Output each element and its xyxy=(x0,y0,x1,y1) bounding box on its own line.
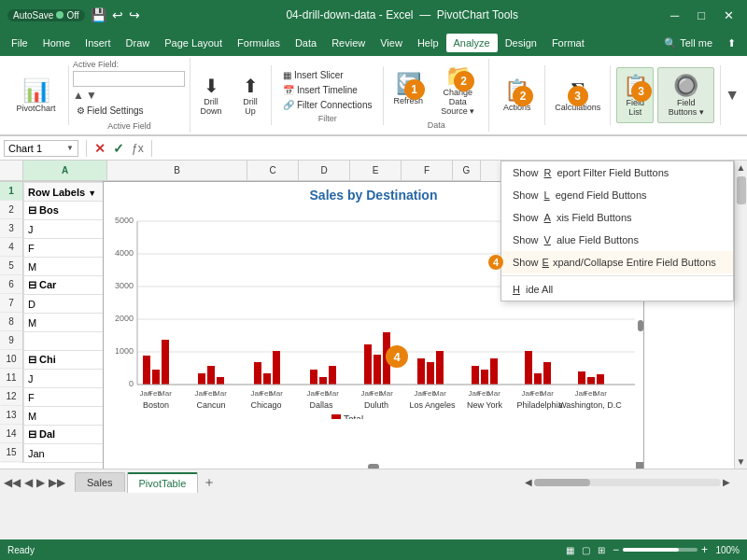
sheet-tab-sales[interactable]: Sales xyxy=(75,472,125,492)
menu-view[interactable]: View xyxy=(373,34,410,52)
drill-down-button[interactable]: ⬇ Drill Down xyxy=(192,67,230,123)
cell-13a[interactable]: M xyxy=(24,407,108,426)
dropdown-item-report-filter[interactable]: Show Report Filter Field Buttons xyxy=(501,161,733,184)
minimize-button[interactable]: ─ xyxy=(665,7,684,24)
cell-ref-dropdown[interactable]: ▼ xyxy=(66,144,74,152)
row-num-2[interactable]: 2 xyxy=(0,201,22,219)
cell-9a[interactable] xyxy=(24,332,108,351)
row-num-6[interactable]: 6 xyxy=(0,275,22,294)
row-num-13[interactable]: 13 xyxy=(0,406,22,425)
dropdown-item-value[interactable]: Show Value Field Buttons xyxy=(501,229,733,251)
page-break-icon[interactable]: ⊞ xyxy=(598,545,605,555)
active-field-input[interactable] xyxy=(73,71,185,87)
cell-reference-box[interactable]: Chart 1 ▼ xyxy=(4,140,78,157)
col-header-d[interactable]: D xyxy=(299,161,350,181)
menu-review[interactable]: Review xyxy=(324,34,373,52)
chart-resize-handle-right[interactable] xyxy=(638,320,643,331)
zoom-slider-track[interactable] xyxy=(623,548,698,552)
calculations-button[interactable]: 𝚺 3 Calculations xyxy=(550,67,605,123)
share-icon[interactable]: ⬆ xyxy=(720,34,743,53)
chart-resize-handle-corner-br[interactable] xyxy=(636,462,643,469)
autosave-toggle[interactable]: AutoSave Off xyxy=(7,9,85,21)
col-header-a[interactable]: A xyxy=(23,161,107,181)
cell-8a[interactable]: M xyxy=(24,314,108,332)
save-icon[interactable]: 💾 xyxy=(91,7,106,22)
col-header-e[interactable]: E xyxy=(350,161,402,181)
insert-slicer-button[interactable]: ▦ Insert Slicer xyxy=(279,68,376,82)
row-num-8[interactable]: 8 xyxy=(0,313,22,331)
insert-timeline-button[interactable]: 📅 Insert Timeline xyxy=(279,83,376,97)
cancel-formula-icon[interactable]: ✕ xyxy=(94,141,106,156)
right-scrollbar[interactable]: ▲ ▼ xyxy=(734,161,747,469)
zoom-out-icon[interactable]: − xyxy=(613,543,619,556)
add-sheet-button[interactable]: ＋ xyxy=(200,473,218,492)
collapse-icon[interactable]: ▼ xyxy=(86,89,97,102)
formula-input[interactable] xyxy=(160,143,743,154)
refresh-button[interactable]: 🔄 1 Refresh xyxy=(389,61,427,117)
menu-format[interactable]: Format xyxy=(544,34,592,52)
field-list-button[interactable]: 📋 3 Field List xyxy=(616,67,654,123)
menu-analyze[interactable]: Analyze xyxy=(446,34,498,52)
scroll-up-arrow[interactable]: ▲ xyxy=(737,162,746,173)
cell-2a[interactable]: ⊟ Bos xyxy=(24,202,108,220)
field-settings-button[interactable]: ⚙ Field Settings xyxy=(73,104,186,118)
menu-data[interactable]: Data xyxy=(288,34,324,52)
zoom-in-icon[interactable]: + xyxy=(701,543,708,556)
insert-function-icon[interactable]: ƒx xyxy=(132,142,144,155)
cell-4a[interactable]: F xyxy=(24,239,108,258)
menu-formulas[interactable]: Formulas xyxy=(230,34,288,52)
expand-icon[interactable]: ▲ xyxy=(73,89,84,102)
menu-home[interactable]: Home xyxy=(35,34,78,52)
cell-10a[interactable]: ⊟ Chi xyxy=(24,351,108,370)
cell-14a[interactable]: ⊟ Dal xyxy=(24,426,108,444)
pivotchart-button[interactable]: 📊 PivotChart xyxy=(4,65,69,125)
scroll-down-arrow[interactable]: ▼ xyxy=(737,456,746,467)
col-header-f[interactable]: F xyxy=(402,161,453,181)
horizontal-scrollbar[interactable]: ◀ ▶ xyxy=(525,477,730,487)
hscroll-track[interactable] xyxy=(534,479,721,486)
menu-design[interactable]: Design xyxy=(498,34,544,52)
sheet-scroll-next[interactable]: ▶ xyxy=(36,476,45,489)
dropdown-item-hide-all[interactable]: Hide All xyxy=(501,278,733,301)
undo-icon[interactable]: ↩ xyxy=(112,7,123,22)
scroll-thumb[interactable] xyxy=(737,176,746,204)
menu-file[interactable]: File xyxy=(4,34,35,52)
sheet-scroll-prev[interactable]: ◀ xyxy=(24,476,33,489)
hscroll-left-arrow[interactable]: ◀ xyxy=(525,477,532,487)
cell-3a[interactable]: J xyxy=(24,220,108,239)
row-num-14[interactable]: 14 xyxy=(0,425,22,443)
row-num-4[interactable]: 4 xyxy=(0,238,22,257)
actions-button[interactable]: 📋 2 Actions xyxy=(499,67,536,123)
sheet-tab-pivottable[interactable]: PivotTable xyxy=(127,472,199,493)
filter-connections-button[interactable]: 🔗 Filter Connections xyxy=(279,98,376,112)
cell-12a[interactable]: F xyxy=(24,388,108,407)
cell-6a[interactable]: ⊟ Car xyxy=(24,276,108,295)
row-num-5[interactable]: 5 xyxy=(0,257,22,275)
cell-5a[interactable]: M xyxy=(24,258,108,276)
normal-view-icon[interactable]: ▦ xyxy=(566,545,574,555)
row-num-15[interactable]: 15 xyxy=(0,443,22,462)
menu-help[interactable]: Help xyxy=(410,34,446,52)
row-num-3[interactable]: 3 xyxy=(0,219,22,238)
drill-up-button[interactable]: ⬆ Drill Up xyxy=(232,67,269,123)
zoom-level[interactable]: 100% xyxy=(712,545,740,555)
sheet-scroll-right[interactable]: ▶▶ xyxy=(49,476,65,489)
row-num-11[interactable]: 11 xyxy=(0,369,22,387)
change-data-source-button[interactable]: 📁 2 Change Data Source ▾ xyxy=(432,61,483,119)
menu-pagelayout[interactable]: Page Layout xyxy=(157,34,230,52)
chart-resize-handle-bottom[interactable] xyxy=(368,464,379,469)
row-num-7[interactable]: 7 xyxy=(0,294,22,313)
dropdown-item-legend[interactable]: Show Legend Field Buttons xyxy=(501,184,733,206)
close-button[interactable]: ✕ xyxy=(718,7,740,24)
redo-icon[interactable]: ↪ xyxy=(129,7,140,22)
dropdown-item-axis[interactable]: Show Axis Field Buttons xyxy=(501,206,733,229)
cell-1a[interactable]: Row Labels ▼ xyxy=(24,183,108,202)
restore-button[interactable]: □ xyxy=(692,7,711,24)
menu-tell-me[interactable]: 🔍 Tell me xyxy=(656,34,720,53)
row-num-10[interactable]: 10 xyxy=(0,350,22,369)
cell-11a[interactable]: J xyxy=(24,370,108,388)
dropdown-item-expand-collapse[interactable]: 4 Show Expand/Collapse Entire Field Butt… xyxy=(501,251,733,273)
menu-draw[interactable]: Draw xyxy=(119,34,158,52)
page-layout-icon[interactable]: ▢ xyxy=(582,545,590,555)
menu-insert[interactable]: Insert xyxy=(78,34,119,52)
